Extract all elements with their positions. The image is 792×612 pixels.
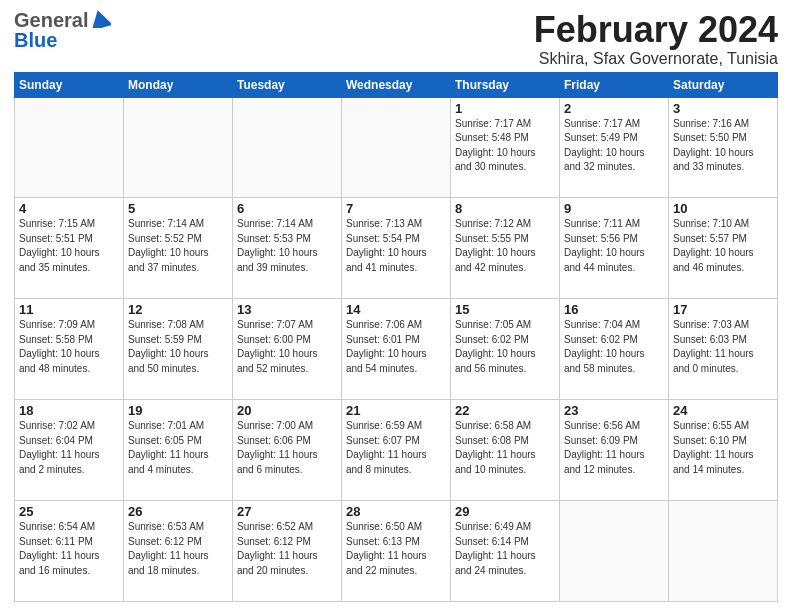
col-header-wednesday: Wednesday [342,72,451,97]
day-number: 16 [564,302,664,317]
day-number: 22 [455,403,555,418]
day-number: 8 [455,201,555,216]
day-number: 3 [673,101,773,116]
day-number: 21 [346,403,446,418]
day-cell: 22Sunrise: 6:58 AM Sunset: 6:08 PM Dayli… [451,400,560,501]
day-info: Sunrise: 7:01 AM Sunset: 6:05 PM Dayligh… [128,419,228,477]
logo: General Blue [14,10,111,50]
week-row-1: 1Sunrise: 7:17 AM Sunset: 5:48 PM Daylig… [15,97,778,198]
day-cell: 14Sunrise: 7:06 AM Sunset: 6:01 PM Dayli… [342,299,451,400]
day-number: 1 [455,101,555,116]
day-number: 2 [564,101,664,116]
day-info: Sunrise: 6:54 AM Sunset: 6:11 PM Dayligh… [19,520,119,578]
day-cell: 29Sunrise: 6:49 AM Sunset: 6:14 PM Dayli… [451,501,560,602]
day-info: Sunrise: 7:09 AM Sunset: 5:58 PM Dayligh… [19,318,119,376]
day-number: 14 [346,302,446,317]
day-cell: 16Sunrise: 7:04 AM Sunset: 6:02 PM Dayli… [560,299,669,400]
day-cell: 11Sunrise: 7:09 AM Sunset: 5:58 PM Dayli… [15,299,124,400]
week-row-3: 11Sunrise: 7:09 AM Sunset: 5:58 PM Dayli… [15,299,778,400]
day-info: Sunrise: 6:55 AM Sunset: 6:10 PM Dayligh… [673,419,773,477]
calendar-title: February 2024 [534,10,778,50]
day-cell: 13Sunrise: 7:07 AM Sunset: 6:00 PM Dayli… [233,299,342,400]
col-header-tuesday: Tuesday [233,72,342,97]
day-info: Sunrise: 7:12 AM Sunset: 5:55 PM Dayligh… [455,217,555,275]
day-info: Sunrise: 7:08 AM Sunset: 5:59 PM Dayligh… [128,318,228,376]
day-number: 20 [237,403,337,418]
day-info: Sunrise: 7:14 AM Sunset: 5:52 PM Dayligh… [128,217,228,275]
day-number: 26 [128,504,228,519]
logo-blue-text: Blue [14,30,111,50]
day-cell: 24Sunrise: 6:55 AM Sunset: 6:10 PM Dayli… [669,400,778,501]
day-number: 17 [673,302,773,317]
day-info: Sunrise: 7:03 AM Sunset: 6:03 PM Dayligh… [673,318,773,376]
day-number: 7 [346,201,446,216]
day-cell: 21Sunrise: 6:59 AM Sunset: 6:07 PM Dayli… [342,400,451,501]
logo-bird-icon [89,10,111,28]
day-cell: 19Sunrise: 7:01 AM Sunset: 6:05 PM Dayli… [124,400,233,501]
day-cell: 26Sunrise: 6:53 AM Sunset: 6:12 PM Dayli… [124,501,233,602]
day-cell: 12Sunrise: 7:08 AM Sunset: 5:59 PM Dayli… [124,299,233,400]
day-cell [233,97,342,198]
week-row-2: 4Sunrise: 7:15 AM Sunset: 5:51 PM Daylig… [15,198,778,299]
day-number: 25 [19,504,119,519]
day-cell: 3Sunrise: 7:16 AM Sunset: 5:50 PM Daylig… [669,97,778,198]
day-number: 28 [346,504,446,519]
day-number: 23 [564,403,664,418]
day-cell: 15Sunrise: 7:05 AM Sunset: 6:02 PM Dayli… [451,299,560,400]
day-cell: 25Sunrise: 6:54 AM Sunset: 6:11 PM Dayli… [15,501,124,602]
day-number: 10 [673,201,773,216]
day-number: 27 [237,504,337,519]
col-header-monday: Monday [124,72,233,97]
day-info: Sunrise: 6:50 AM Sunset: 6:13 PM Dayligh… [346,520,446,578]
day-info: Sunrise: 6:56 AM Sunset: 6:09 PM Dayligh… [564,419,664,477]
day-cell [342,97,451,198]
day-info: Sunrise: 7:10 AM Sunset: 5:57 PM Dayligh… [673,217,773,275]
day-number: 6 [237,201,337,216]
day-info: Sunrise: 7:05 AM Sunset: 6:02 PM Dayligh… [455,318,555,376]
day-info: Sunrise: 7:16 AM Sunset: 5:50 PM Dayligh… [673,117,773,175]
day-number: 13 [237,302,337,317]
col-header-thursday: Thursday [451,72,560,97]
day-number: 15 [455,302,555,317]
day-cell: 10Sunrise: 7:10 AM Sunset: 5:57 PM Dayli… [669,198,778,299]
calendar-table: SundayMondayTuesdayWednesdayThursdayFrid… [14,72,778,602]
day-number: 19 [128,403,228,418]
day-info: Sunrise: 7:13 AM Sunset: 5:54 PM Dayligh… [346,217,446,275]
day-cell: 6Sunrise: 7:14 AM Sunset: 5:53 PM Daylig… [233,198,342,299]
page: General Blue February 2024 Skhira, Sfax … [0,0,792,612]
day-cell [560,501,669,602]
day-cell: 5Sunrise: 7:14 AM Sunset: 5:52 PM Daylig… [124,198,233,299]
col-header-sunday: Sunday [15,72,124,97]
day-cell: 18Sunrise: 7:02 AM Sunset: 6:04 PM Dayli… [15,400,124,501]
day-number: 12 [128,302,228,317]
day-number: 18 [19,403,119,418]
day-cell: 7Sunrise: 7:13 AM Sunset: 5:54 PM Daylig… [342,198,451,299]
svg-marker-0 [89,10,111,28]
day-cell [669,501,778,602]
logo-general: General [14,10,88,30]
day-cell: 8Sunrise: 7:12 AM Sunset: 5:55 PM Daylig… [451,198,560,299]
logo-blue-label: Blue [14,29,57,51]
day-cell: 28Sunrise: 6:50 AM Sunset: 6:13 PM Dayli… [342,501,451,602]
day-info: Sunrise: 7:15 AM Sunset: 5:51 PM Dayligh… [19,217,119,275]
header: General Blue February 2024 Skhira, Sfax … [14,10,778,68]
day-info: Sunrise: 7:02 AM Sunset: 6:04 PM Dayligh… [19,419,119,477]
day-info: Sunrise: 6:49 AM Sunset: 6:14 PM Dayligh… [455,520,555,578]
day-number: 24 [673,403,773,418]
week-row-5: 25Sunrise: 6:54 AM Sunset: 6:11 PM Dayli… [15,501,778,602]
day-info: Sunrise: 7:07 AM Sunset: 6:00 PM Dayligh… [237,318,337,376]
day-cell: 27Sunrise: 6:52 AM Sunset: 6:12 PM Dayli… [233,501,342,602]
day-info: Sunrise: 6:58 AM Sunset: 6:08 PM Dayligh… [455,419,555,477]
calendar-header-row: SundayMondayTuesdayWednesdayThursdayFrid… [15,72,778,97]
day-cell [124,97,233,198]
col-header-saturday: Saturday [669,72,778,97]
day-cell: 1Sunrise: 7:17 AM Sunset: 5:48 PM Daylig… [451,97,560,198]
day-number: 4 [19,201,119,216]
day-info: Sunrise: 6:53 AM Sunset: 6:12 PM Dayligh… [128,520,228,578]
day-info: Sunrise: 7:17 AM Sunset: 5:49 PM Dayligh… [564,117,664,175]
calendar-subtitle: Skhira, Sfax Governorate, Tunisia [534,50,778,68]
col-header-friday: Friday [560,72,669,97]
day-number: 5 [128,201,228,216]
day-cell: 23Sunrise: 6:56 AM Sunset: 6:09 PM Dayli… [560,400,669,501]
day-cell: 2Sunrise: 7:17 AM Sunset: 5:49 PM Daylig… [560,97,669,198]
